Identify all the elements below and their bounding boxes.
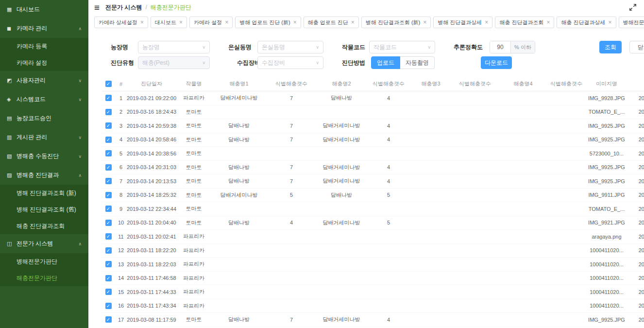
tab[interactable]: 대시보드× <box>151 17 187 28</box>
sidebar-subitem[interactable]: 카메라 설정 <box>0 54 88 71</box>
table-row[interactable]: ✓12019-03-21 09:22:00파프리카담배거세미나방7담배나방4IM… <box>102 91 644 105</box>
row-checkbox[interactable]: ✓ <box>105 95 112 101</box>
sidebar-item[interactable]: ▧병해충 수동진단∨ <box>0 147 88 166</box>
row-checkbox[interactable]: ✓ <box>105 303 112 309</box>
diagnosis-result-icon: ▨ <box>7 172 17 178</box>
device-select[interactable]: 수집장비 ∨ <box>257 56 323 69</box>
table-cell: 15 <box>115 289 127 295</box>
row-checkbox[interactable]: ✓ <box>105 275 112 281</box>
row-checkbox[interactable]: ✓ <box>105 192 112 198</box>
users-icon: ◩ <box>7 77 17 84</box>
tab-close-icon[interactable]: × <box>351 19 355 25</box>
tab[interactable]: 카메라 상세설정× <box>94 17 148 28</box>
table-cell: 토마토 <box>176 136 212 143</box>
sidebar-subitem[interactable]: 병해전문가판단 <box>0 253 88 270</box>
row-checkbox[interactable]: ✓ <box>105 316 112 323</box>
row-checkbox[interactable]: ✓ <box>105 137 112 143</box>
tab[interactable]: 병해전문가판단× <box>619 17 644 28</box>
crop-code-select[interactable]: 작물코드 ∨ <box>369 41 435 53</box>
tab-close-icon[interactable]: × <box>140 19 144 25</box>
checkbox-cell: ✓ <box>102 233 115 240</box>
table-row[interactable]: ✓72019-03-14 20:13:53토마토담배나방7담배거세미나방4IMG… <box>102 174 644 189</box>
table-cell: 4 <box>366 317 411 323</box>
tab[interactable]: 병해 진단결과조회 (新)× <box>361 17 431 28</box>
row-checkbox[interactable]: ✓ <box>105 206 112 212</box>
greenhouse-select[interactable]: 온실동명 ∨ <box>257 41 323 53</box>
sidebar-subitem[interactable]: 병해 진단결과조회 (舊) <box>0 201 88 218</box>
table-row[interactable]: ✓42019-03-14 20:58:46토마토담배나방7담배거세미나방4IMG… <box>102 133 644 147</box>
sidebar-item[interactable]: ◫전문가 시스템∧ <box>0 234 88 253</box>
tab-close-icon[interactable]: × <box>485 19 488 25</box>
row-checkbox[interactable]: ✓ <box>105 220 112 226</box>
sidebar-item[interactable]: ◈시스템코드∨ <box>0 90 88 109</box>
table-row[interactable]: ✓92019-03-12 22:34:44토마토TOMATO_E_...2019 <box>102 202 644 216</box>
select-all-checkbox[interactable]: ✓ <box>105 81 112 87</box>
table-row[interactable]: ✓32019-03-14 20:59:38토마토담배나방7담배거세미나방4IMG… <box>102 119 644 133</box>
table-cell: 5 <box>366 220 411 225</box>
row-checkbox[interactable]: ✓ <box>105 164 112 171</box>
table-row[interactable]: ✓142019-03-11 17:46:58파프리카1000411020...2… <box>102 272 644 286</box>
tab[interactable]: 해충 진단결과조회× <box>495 17 554 28</box>
download-button[interactable]: 다운로드 <box>481 56 512 69</box>
table-row[interactable]: ✓102019-03-11 20:04:40토마토담배나방4담배거세미나방5IM… <box>102 216 644 230</box>
farm-select[interactable]: 농장명 ∨ <box>138 41 210 53</box>
tab[interactable]: 병해 진단결과상세× <box>433 17 492 28</box>
sidebar-item[interactable]: ▦대시보드 <box>0 0 88 19</box>
table-row[interactable]: ✓22019-03-16 18:24:43토마토TOMATO_E_...2019 <box>102 105 644 120</box>
table-row[interactable]: ✓52019-03-14 20:38:56토마토5723000_10...201… <box>102 147 644 161</box>
table-row[interactable]: ✓132019-03-11 18:22:03파프리카1000411020...2… <box>102 258 644 272</box>
table-row[interactable]: ✓152019-03-11 17:44:33파프리카1000411020...2… <box>102 285 644 299</box>
tab[interactable]: 해충 진단결과상세× <box>557 17 616 28</box>
tab-close-icon[interactable]: × <box>225 19 228 25</box>
table-row[interactable]: ✓62019-03-14 20:31:03토마토담배나방7담배거세미나방4IMG… <box>102 161 644 175</box>
row-checkbox[interactable]: ✓ <box>105 109 112 115</box>
row-checkbox[interactable]: ✓ <box>105 150 112 156</box>
close-button[interactable]: 닫기 <box>629 41 644 53</box>
table-cell: 11 <box>115 234 127 240</box>
tab-close-icon[interactable]: × <box>546 19 550 25</box>
row-checkbox[interactable]: ✓ <box>105 247 112 254</box>
table-cell: 2019-03-14 20:59:38 <box>127 123 176 129</box>
row-checkbox[interactable]: ✓ <box>105 233 112 240</box>
sidebar-item[interactable]: ◩사용자관리∨ <box>0 71 88 90</box>
row-checkbox[interactable]: ✓ <box>105 289 112 295</box>
sidebar-item[interactable]: ▤농장코드승인 <box>0 109 88 128</box>
sidebar-item[interactable]: ▥게시판 관리∨ <box>0 128 88 147</box>
column-header: 식별해충갯수 <box>451 80 499 87</box>
sidebar-subitem[interactable]: 병해 진단결과조회 (新) <box>0 185 88 201</box>
diagnosis-method-group: 업로드 자동촬영 <box>371 56 435 69</box>
table-row[interactable]: ✓82019-03-14 18:25:32토마토담배거세미나방5담배나방5IMG… <box>102 189 644 203</box>
chevron-down-icon: ∨ <box>316 45 319 50</box>
tab[interactable]: 해충 업로드 진단× <box>304 17 359 28</box>
row-checkbox[interactable]: ✓ <box>105 261 112 267</box>
auto-capture-method-option[interactable]: 자동촬영 <box>400 56 435 69</box>
table-row[interactable]: ✓172019-03-08 11:17:59토마토담배나방7담배거세미나방4IM… <box>102 313 644 327</box>
row-checkbox[interactable]: ✓ <box>105 178 112 184</box>
accuracy-input[interactable] <box>490 41 510 53</box>
tab-close-icon[interactable]: × <box>609 19 612 25</box>
row-checkbox[interactable]: ✓ <box>105 122 112 129</box>
sidebar-subitem[interactable]: 카메라 등록 <box>0 38 88 54</box>
tab-close-icon[interactable]: × <box>293 19 297 25</box>
table-row[interactable]: ✓162019-03-11 17:43:34파프리카1000411020...2… <box>102 299 644 313</box>
checkbox-cell: ✓ <box>102 303 115 309</box>
hamburger-menu-icon[interactable]: ≡ <box>94 3 100 12</box>
tab[interactable]: 병해 업로드 진단 (新)× <box>235 17 301 28</box>
sidebar-subitem[interactable]: 해충전문가판단 <box>0 270 88 286</box>
tab-close-icon[interactable]: × <box>179 19 183 25</box>
upload-method-option[interactable]: 업로드 <box>371 56 400 69</box>
table-row[interactable]: ✓122019-03-11 18:22:20파프리카1000411020...2… <box>102 244 644 258</box>
table-cell: 담배거세미나방 <box>317 136 366 143</box>
sidebar-item[interactable]: ▨병해충 진단결과∧ <box>0 166 88 185</box>
select-all-header: ✓ <box>102 81 115 87</box>
tab-close-icon[interactable]: × <box>423 19 426 25</box>
diagnosis-type-select[interactable]: 해충(Pest) ∨ <box>138 56 210 69</box>
sidebar-subitem[interactable]: 해충 진단결과조회 <box>0 218 88 234</box>
table-row[interactable]: ✓112019-03-11 20:02:41파프리카aragaya.png201… <box>102 230 644 244</box>
search-button[interactable]: 조회 <box>599 41 622 53</box>
sidebar-item[interactable]: ◼카메라 관리∧ <box>0 19 88 38</box>
tab[interactable]: 카메라 설정× <box>189 17 233 28</box>
chevron-down-icon: ∨ <box>202 45 205 50</box>
fullscreen-icon[interactable] <box>629 4 636 11</box>
sidebar-menu: ▦대시보드◼카메라 관리∧카메라 등록카메라 설정◩사용자관리∨◈시스템코드∨▤… <box>0 0 88 286</box>
